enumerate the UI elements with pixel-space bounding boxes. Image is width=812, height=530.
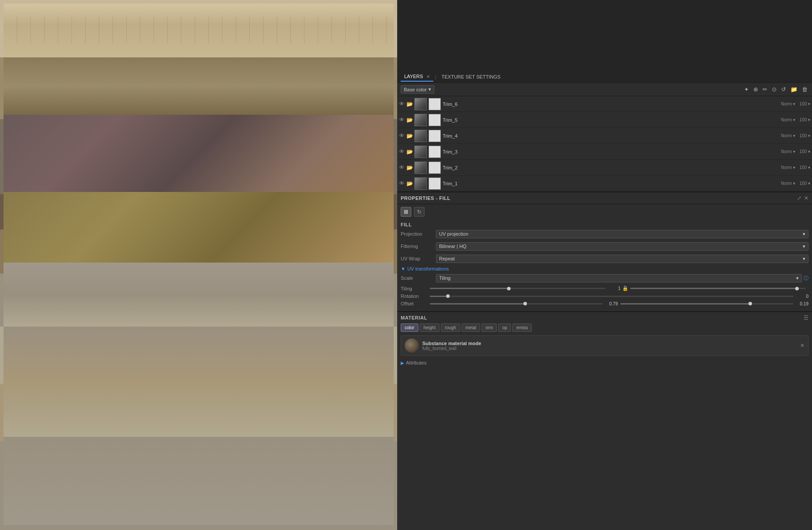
fill-icon-btn[interactable]: ⊞ — [401, 207, 411, 217]
add-effect-icon[interactable]: ✦ — [743, 85, 750, 94]
scale-info-icon: ⓘ — [804, 275, 808, 282]
paint-brush-icon[interactable]: ✏ — [762, 85, 768, 94]
uvwrap-label: UV Wrap — [401, 256, 436, 261]
layer-blend-trim3[interactable]: Norm ▾ — [781, 149, 795, 154]
layer-opacity-trim3[interactable]: 100 ▾ — [797, 149, 810, 154]
filtering-row: Filtering Bilinear | HQ ▾ — [401, 241, 808, 251]
layer-opacity-trim1[interactable]: 100 ▾ — [797, 181, 810, 186]
layer-visibility-trim5[interactable]: 👁 — [399, 117, 405, 123]
texture-viewport — [0, 0, 397, 530]
layer-opacity-trim2[interactable]: 100 ▾ — [797, 165, 810, 170]
layers-list: 👁 📂 Trim_6 Norm ▾ 100 ▾ 👁 📂 Trim_5 Norm … — [397, 96, 812, 192]
layer-name-trim3: Trim_3 — [443, 149, 781, 154]
clone-icon[interactable]: ⊙ — [771, 85, 778, 94]
rotate-prop-icon-btn[interactable]: ↻ — [414, 207, 425, 217]
layer-folder-trim3: 📂 — [406, 149, 413, 155]
offset-slider-row: Offset 0.79 0.19 — [401, 301, 808, 306]
mat-tab-emiss[interactable]: emiss — [512, 323, 532, 332]
tab-texture-set-settings[interactable]: TEXTURE SET SETTINGS — [438, 72, 504, 81]
offset-slider-fill1 — [430, 303, 525, 304]
mat-tab-color-label: color — [405, 325, 414, 330]
rotate-icon[interactable]: ↺ — [780, 85, 787, 94]
attributes-chevron: ▶ — [401, 361, 404, 365]
layer-blend-trim4[interactable]: Norm ▾ — [781, 133, 795, 138]
layer-row-trim4[interactable]: 👁 📂 Trim_4 Norm ▾ 100 ▾ — [397, 128, 812, 144]
properties-expand-icon[interactable]: ⤢ — [797, 195, 801, 201]
layer-mask-trim5 — [429, 114, 441, 126]
delete-icon[interactable]: 🗑 — [801, 85, 808, 94]
tiling-lock-icon[interactable]: 🔒 — [622, 286, 628, 291]
tab-layers-close[interactable]: ✕ — [426, 74, 430, 79]
material-header: MATERIAL ☰ — [401, 315, 808, 321]
projection-text: UV projection — [439, 231, 468, 237]
layer-visibility-trim2[interactable]: 👁 — [399, 164, 405, 171]
layer-blend-trim2[interactable]: Norm ▾ — [781, 165, 795, 170]
layer-opacity-trim4[interactable]: 100 ▾ — [797, 133, 810, 138]
attributes-row[interactable]: ▶ Attributes — [401, 358, 808, 367]
offset-slider-track2[interactable] — [620, 303, 793, 304]
mat-tab-rough[interactable]: rough — [441, 323, 460, 332]
add-fill-icon[interactable]: ⊕ — [752, 85, 759, 94]
rotation-slider-track[interactable] — [430, 296, 793, 297]
layer-visibility-trim3[interactable]: 👁 — [399, 148, 405, 155]
layer-visibility-trim6[interactable]: 👁 — [399, 101, 405, 107]
material-settings-icon[interactable]: ☰ — [804, 315, 808, 321]
layer-row-trim3[interactable]: 👁 📂 Trim_3 Norm ▾ 100 ▾ — [397, 144, 812, 160]
filtering-label: Filtering — [401, 244, 436, 249]
layer-opacity-trim5[interactable]: 100 ▾ — [797, 117, 810, 122]
layer-row-trim2[interactable]: 👁 📂 Trim_2 Norm ▾ 100 ▾ — [397, 160, 812, 176]
tiling-slider-thumb2[interactable] — [795, 287, 799, 290]
mat-tab-op[interactable]: op — [498, 323, 511, 332]
layer-row-trim5[interactable]: 👁 📂 Trim_5 Norm ▾ 100 ▾ — [397, 112, 812, 128]
mat-tab-op-label: op — [502, 325, 507, 330]
mat-tab-color[interactable]: color — [401, 323, 418, 332]
material-item-close[interactable]: ✕ — [800, 342, 804, 349]
tab-layers[interactable]: LAYERS ✕ — [401, 72, 433, 82]
projection-dropdown[interactable]: UV projection ▾ — [436, 230, 808, 238]
layer-row-trim1[interactable]: 👁 📂 Trim_1 Norm ▾ 100 ▾ — [397, 176, 812, 192]
tiling-slider-fill1 — [430, 288, 509, 289]
properties-close-icon[interactable]: ✕ — [804, 195, 808, 201]
tiling-slider-thumb1[interactable] — [507, 287, 511, 290]
mat-tab-height[interactable]: height — [420, 323, 440, 332]
base-color-label: Base color — [404, 87, 427, 92]
layer-folder-trim4: 📂 — [406, 133, 413, 139]
folder-icon[interactable]: 📁 — [789, 85, 798, 94]
offset-slider-track1[interactable] — [430, 303, 603, 304]
mat-tab-metal-label: metal — [466, 325, 476, 330]
layer-row-trim6[interactable]: 👁 📂 Trim_6 Norm ▾ 100 ▾ — [397, 96, 812, 112]
rotation-slider-thumb[interactable] — [446, 294, 450, 298]
mat-tab-metal[interactable]: metal — [462, 323, 480, 332]
layer-opacity-trim6[interactable]: 100 ▾ — [797, 101, 810, 106]
tiling-slider-track1[interactable] — [430, 288, 605, 289]
offset-value2: 0.19 — [796, 301, 808, 306]
layer-visibility-trim4[interactable]: 👁 — [399, 132, 405, 139]
layer-visibility-trim1[interactable]: 👁 — [399, 180, 405, 187]
properties-panel: PROPERTIES - FILL ⤢ ✕ ⊞ ↻ FILL Projectio… — [397, 192, 812, 530]
uvwrap-row: UV Wrap Repeat ▾ — [401, 254, 808, 263]
layer-name-trim1: Trim_1 — [443, 181, 781, 186]
uv-transforms-header[interactable]: ▼ UV transformations — [401, 266, 808, 271]
panel-top-space — [397, 0, 812, 71]
offset-value1: 0.79 — [605, 301, 618, 306]
layer-blend-trim1[interactable]: Norm ▾ — [781, 181, 795, 186]
layer-folder-trim2: 📂 — [406, 165, 413, 171]
tiling-slider-track2[interactable] — [630, 288, 806, 289]
prop-icons-row: ⊞ ↻ — [401, 207, 808, 217]
tab-separator: | — [435, 74, 436, 79]
layer-blend-trim5[interactable]: Norm ▾ — [781, 117, 795, 122]
uvwrap-dropdown[interactable]: Repeat ▾ — [436, 255, 808, 263]
filtering-dropdown[interactable]: Bilinear | HQ ▾ — [436, 242, 808, 251]
mat-tab-rough-label: rough — [445, 325, 456, 330]
filtering-value: Bilinear | HQ ▾ — [436, 242, 808, 251]
mat-tab-nrm[interactable]: nrm — [481, 323, 497, 332]
scale-dropdown[interactable]: Tiling ▾ — [436, 274, 802, 282]
uvwrap-chevron: ▾ — [803, 256, 805, 262]
offset-slider-thumb2[interactable] — [748, 302, 752, 305]
offset-slider-thumb1[interactable] — [523, 302, 527, 305]
filtering-chevron: ▾ — [803, 244, 805, 249]
tiling-slider-row: Tiling 1 🔒 — [401, 286, 808, 291]
layer-blend-trim6[interactable]: Norm ▾ — [781, 101, 795, 106]
base-color-selector[interactable]: Base color ▾ — [401, 85, 434, 94]
fill-section-title: FILL — [401, 220, 808, 229]
